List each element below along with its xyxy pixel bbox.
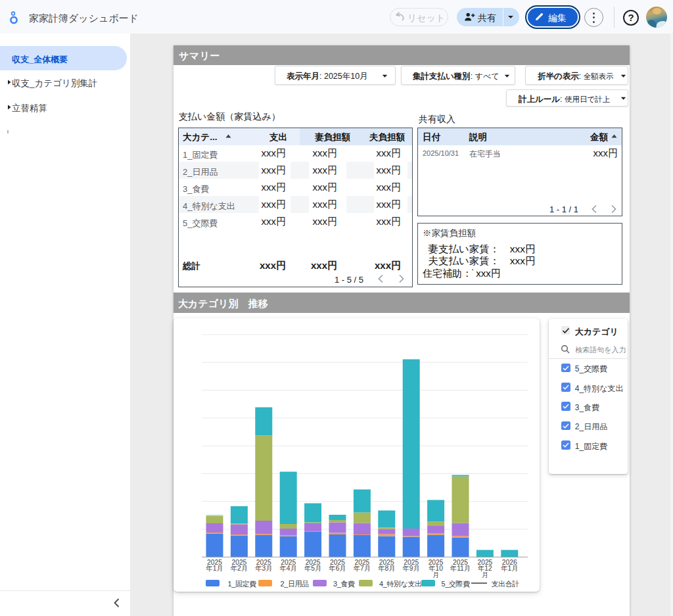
svg-text:月: 月	[432, 571, 439, 578]
svg-text:年7月: 年7月	[354, 565, 371, 572]
svg-text:年3月: 年3月	[255, 565, 272, 572]
svg-text:年6月: 年6月	[329, 565, 346, 572]
svg-text:年1月: 年1月	[501, 565, 518, 572]
svg-text:月: 月	[482, 571, 488, 578]
svg-text:年8月: 年8月	[378, 565, 395, 572]
svg-text:年1月: 年1月	[206, 565, 223, 572]
svg-text:年5月: 年5月	[304, 565, 321, 572]
svg-text:年11月: 年11月	[450, 565, 471, 572]
svg-text:年2月: 年2月	[231, 565, 248, 572]
svg-text:年4月: 年4月	[280, 565, 297, 572]
svg-text:年9月: 年9月	[403, 565, 420, 572]
